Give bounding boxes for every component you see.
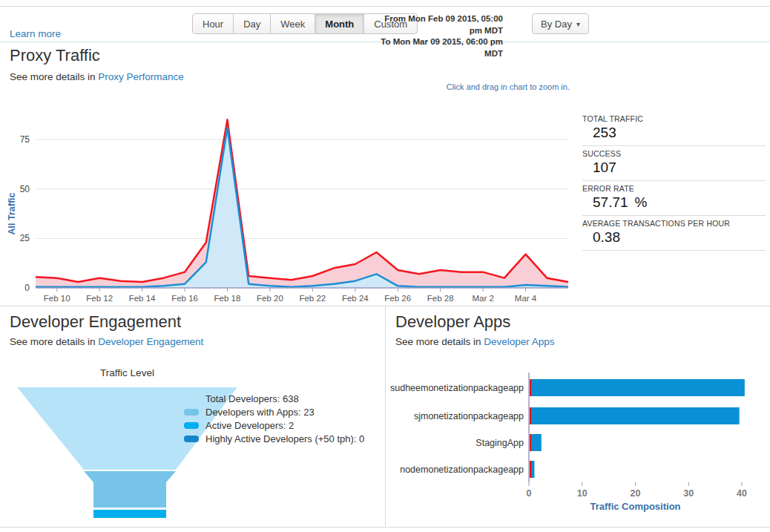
funnel-legend: Total Developers: 638 Developers with Ap… (184, 393, 364, 447)
svg-text:10: 10 (577, 488, 588, 499)
stat-label: SUCCESS (582, 148, 766, 159)
svg-text:20: 20 (631, 488, 641, 499)
svg-text:sjmonetizationpackageapp: sjmonetizationpackageapp (414, 411, 524, 421)
legend-label: Total Developers: 638 (205, 393, 299, 404)
stat-value: 253 (593, 125, 766, 141)
proxy-traffic-chart[interactable]: 0255075Feb 10Feb 12Feb 14Feb 16Feb 18Feb… (6, 104, 577, 303)
developer-apps-section: Developer Apps See more details in Devel… (386, 306, 770, 527)
svg-text:0: 0 (527, 488, 532, 499)
svg-text:Feb 20: Feb 20 (257, 294, 283, 303)
svg-text:Feb 18: Feb 18 (214, 294, 241, 303)
funnel-mid-segment (84, 471, 176, 508)
legend-swatch-icon (184, 409, 199, 416)
details-prefix-text: See more details in (10, 71, 98, 82)
stat-error-rate: ERROR RATE 57.71% (582, 181, 766, 216)
funnel-bottom-segment (93, 510, 166, 518)
legend-label: Highly Active Developers (+50 tph): 0 (205, 433, 364, 444)
stat-label: TOTAL TRAFFIC (582, 114, 766, 124)
date-range-to: To Mon Mar 09 2015, 06:00 pm MDT (371, 36, 503, 59)
legend-label: Developers with Apps: 23 (205, 407, 315, 418)
funnel-title: Traffic Level (17, 367, 237, 378)
date-range-toolbar: Learn more Hour Day Week Month Custom Fr… (0, 6, 770, 42)
chart-zoom-hint: Click and drag in chart to zoom in. (447, 82, 570, 91)
caret-down-icon: ▾ (576, 20, 580, 28)
funnel-legend-item: Highly Active Developers (+50 tph): 0 (184, 433, 364, 444)
stat-success: SUCCESS 107 (582, 146, 766, 181)
svg-text:Feb 14: Feb 14 (129, 294, 156, 303)
developer-apps-chart[interactable]: sudheemonetizationpackageappsjmonetizati… (390, 370, 769, 518)
stat-label: AVERAGE TRANSACTIONS PER HOUR (582, 218, 766, 229)
funnel-legend-item: Active Developers: 2 (184, 420, 364, 430)
funnel-legend-item: Total Developers: 638 (184, 393, 364, 404)
svg-text:Feb 16: Feb 16 (171, 294, 198, 303)
traffic-stats-panel: TOTAL TRAFFIC 253 SUCCESS 107 ERROR RATE… (582, 111, 766, 251)
proxy-performance-link[interactable]: Proxy Performance (98, 71, 184, 82)
svg-text:All Traffic: All Traffic (7, 192, 17, 234)
svg-text:Feb 12: Feb 12 (86, 294, 113, 303)
details-prefix-text: See more details in (395, 336, 484, 347)
developer-engagement-section: Developer Engagement See more details in… (0, 306, 386, 527)
learn-more-link[interactable]: Learn more (10, 28, 61, 39)
analytics-dashboard: Learn more Hour Day Week Month Custom Fr… (0, 0, 770, 532)
funnel-legend-item: Developers with Apps: 23 (184, 407, 364, 417)
svg-text:40: 40 (737, 488, 747, 499)
proxy-traffic-heading: Proxy Traffic (10, 46, 100, 65)
stat-avg-tph: AVERAGE TRANSACTIONS PER HOUR 0.38 (582, 216, 766, 251)
details-prefix-text: See more details in (10, 336, 98, 347)
date-range-from: From Mon Feb 09 2015, 05:00 pm MDT (371, 13, 503, 36)
svg-text:Feb 10: Feb 10 (44, 294, 70, 303)
svg-text:Feb 24: Feb 24 (342, 294, 369, 303)
svg-text:Mar 2: Mar 2 (472, 294, 493, 303)
svg-text:Feb 22: Feb 22 (299, 294, 326, 303)
group-by-dropdown[interactable]: By Day ▾ (532, 13, 589, 34)
range-button-week[interactable]: Week (270, 13, 315, 34)
svg-text:25: 25 (20, 233, 30, 243)
developer-apps-subtitle: See more details in Developer Apps (395, 336, 555, 347)
group-by-label: By Day (541, 19, 572, 30)
svg-text:30: 30 (683, 488, 694, 499)
developer-engagement-subtitle: See more details in Developer Engagement (10, 336, 203, 347)
developer-apps-link[interactable]: Developer Apps (484, 336, 554, 347)
svg-text:Feb 26: Feb 26 (384, 294, 411, 303)
range-button-hour[interactable]: Hour (192, 13, 234, 34)
stat-value: 57.71% (593, 194, 766, 211)
svg-text:75: 75 (20, 134, 30, 145)
legend-label: Active Developers: 2 (205, 420, 294, 431)
developer-engagement-heading: Developer Engagement (10, 312, 181, 332)
svg-text:Mar 4: Mar 4 (515, 294, 537, 303)
stat-value: 107 (593, 160, 766, 176)
bottom-divider (0, 527, 770, 528)
stat-total-traffic: TOTAL TRAFFIC 253 (582, 111, 766, 146)
legend-swatch-icon (184, 422, 199, 429)
svg-text:Feb 28: Feb 28 (427, 294, 454, 303)
stat-label: ERROR RATE (582, 183, 766, 194)
stat-unit: % (635, 194, 648, 210)
range-button-month[interactable]: Month (315, 13, 364, 34)
svg-text:Traffic Composition: Traffic Composition (590, 501, 680, 512)
svg-text:StagingApp: StagingApp (476, 438, 524, 448)
range-button-day[interactable]: Day (233, 13, 271, 34)
developer-engagement-link[interactable]: Developer Engagement (98, 336, 203, 347)
legend-swatch-icon (184, 436, 199, 442)
svg-text:nodemonetizationpackageapp: nodemonetizationpackageapp (400, 464, 524, 475)
svg-text:sudheemonetizationpackageapp: sudheemonetizationpackageapp (390, 383, 524, 393)
date-range-display: From Mon Feb 09 2015, 05:00 pm MDT To Mo… (371, 13, 503, 59)
developer-apps-heading: Developer Apps (395, 312, 510, 332)
svg-text:0: 0 (24, 283, 30, 293)
svg-text:50: 50 (20, 184, 30, 194)
proxy-traffic-subtitle: See more details in Proxy Performance (10, 71, 184, 82)
stat-value: 0.38 (593, 229, 766, 246)
legend-swatch-icon (184, 395, 199, 402)
